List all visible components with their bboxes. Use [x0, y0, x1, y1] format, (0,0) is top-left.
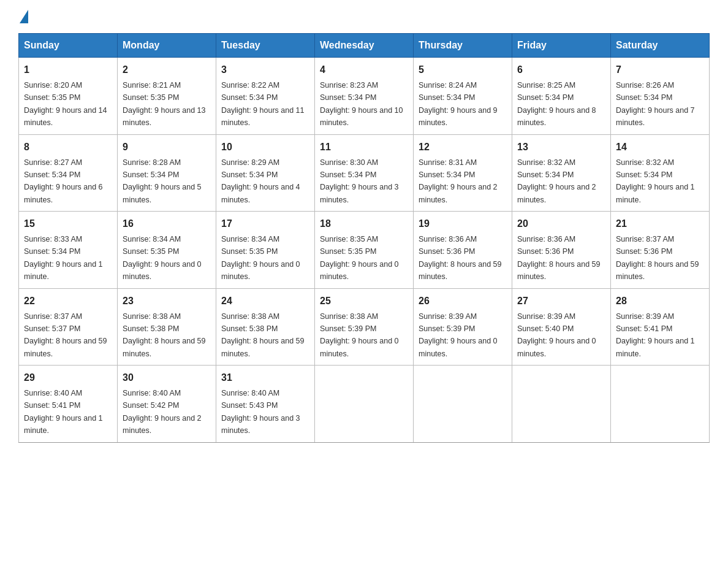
- calendar-day-cell: 15 Sunrise: 8:33 AMSunset: 5:34 PMDaylig…: [19, 212, 118, 289]
- calendar-day-cell: 20 Sunrise: 8:36 AMSunset: 5:36 PMDaylig…: [512, 212, 611, 289]
- day-info: Sunrise: 8:39 AMSunset: 5:39 PMDaylight:…: [419, 312, 498, 358]
- calendar-day-cell: 25 Sunrise: 8:38 AMSunset: 5:39 PMDaylig…: [315, 288, 414, 366]
- calendar-day-cell: 30 Sunrise: 8:40 AMSunset: 5:42 PMDaylig…: [118, 366, 216, 443]
- day-number: 2: [123, 63, 211, 77]
- calendar-day-cell: 7 Sunrise: 8:26 AMSunset: 5:34 PMDayligh…: [611, 58, 710, 135]
- day-info: Sunrise: 8:38 AMSunset: 5:39 PMDaylight:…: [320, 312, 399, 358]
- page-header: [18, 12, 710, 23]
- calendar-week-row: 1 Sunrise: 8:20 AMSunset: 5:35 PMDayligh…: [19, 58, 710, 135]
- day-info: Sunrise: 8:35 AMSunset: 5:35 PMDaylight:…: [320, 235, 399, 281]
- day-info: Sunrise: 8:23 AMSunset: 5:34 PMDaylight:…: [320, 81, 403, 127]
- day-info: Sunrise: 8:39 AMSunset: 5:41 PMDaylight:…: [616, 312, 695, 358]
- day-info: Sunrise: 8:38 AMSunset: 5:38 PMDaylight:…: [123, 312, 206, 358]
- day-info: Sunrise: 8:37 AMSunset: 5:36 PMDaylight:…: [616, 235, 699, 281]
- calendar-day-cell: 19 Sunrise: 8:36 AMSunset: 5:36 PMDaylig…: [414, 212, 512, 289]
- weekday-header-monday: Monday: [118, 34, 216, 58]
- day-info: Sunrise: 8:20 AMSunset: 5:35 PMDaylight:…: [24, 81, 107, 127]
- calendar-day-cell: 6 Sunrise: 8:25 AMSunset: 5:34 PMDayligh…: [512, 58, 611, 135]
- calendar-day-cell: 16 Sunrise: 8:34 AMSunset: 5:35 PMDaylig…: [118, 212, 216, 289]
- calendar-day-cell: 5 Sunrise: 8:24 AMSunset: 5:34 PMDayligh…: [414, 58, 512, 135]
- day-number: 22: [24, 294, 112, 308]
- calendar-day-cell: 12 Sunrise: 8:31 AMSunset: 5:34 PMDaylig…: [414, 134, 512, 212]
- day-info: Sunrise: 8:28 AMSunset: 5:34 PMDaylight:…: [123, 158, 202, 204]
- day-number: 23: [123, 294, 211, 308]
- calendar-day-cell: 2 Sunrise: 8:21 AMSunset: 5:35 PMDayligh…: [118, 58, 216, 135]
- calendar-week-row: 8 Sunrise: 8:27 AMSunset: 5:34 PMDayligh…: [19, 134, 710, 212]
- day-info: Sunrise: 8:30 AMSunset: 5:34 PMDaylight:…: [320, 158, 399, 204]
- calendar-day-cell: 23 Sunrise: 8:38 AMSunset: 5:38 PMDaylig…: [118, 288, 216, 366]
- day-number: 20: [517, 216, 605, 231]
- calendar-day-cell: 31 Sunrise: 8:40 AMSunset: 5:43 PMDaylig…: [216, 366, 315, 443]
- day-info: Sunrise: 8:33 AMSunset: 5:34 PMDaylight:…: [24, 235, 103, 281]
- day-number: 26: [419, 294, 507, 308]
- day-number: 1: [24, 63, 112, 77]
- calendar-header-row: SundayMondayTuesdayWednesdayThursdayFrid…: [19, 34, 710, 58]
- day-number: 28: [616, 294, 704, 308]
- weekday-header-tuesday: Tuesday: [216, 34, 315, 58]
- day-number: 25: [320, 294, 408, 308]
- calendar-day-cell: [414, 366, 512, 443]
- day-number: 14: [616, 140, 704, 155]
- day-info: Sunrise: 8:25 AMSunset: 5:34 PMDaylight:…: [517, 81, 596, 127]
- calendar-day-cell: 8 Sunrise: 8:27 AMSunset: 5:34 PMDayligh…: [19, 134, 118, 212]
- calendar-day-cell: 29 Sunrise: 8:40 AMSunset: 5:41 PMDaylig…: [19, 366, 118, 443]
- weekday-header-thursday: Thursday: [414, 34, 512, 58]
- logo: [18, 12, 28, 23]
- calendar-day-cell: [611, 366, 710, 443]
- day-info: Sunrise: 8:26 AMSunset: 5:34 PMDaylight:…: [616, 81, 695, 127]
- day-info: Sunrise: 8:40 AMSunset: 5:41 PMDaylight:…: [24, 389, 103, 435]
- weekday-header-friday: Friday: [512, 34, 611, 58]
- day-info: Sunrise: 8:22 AMSunset: 5:34 PMDaylight:…: [221, 81, 305, 127]
- day-info: Sunrise: 8:29 AMSunset: 5:34 PMDaylight:…: [221, 158, 300, 204]
- calendar-day-cell: 13 Sunrise: 8:32 AMSunset: 5:34 PMDaylig…: [512, 134, 611, 212]
- day-info: Sunrise: 8:37 AMSunset: 5:37 PMDaylight:…: [24, 312, 107, 358]
- day-number: 16: [123, 216, 211, 231]
- day-info: Sunrise: 8:40 AMSunset: 5:42 PMDaylight:…: [123, 389, 202, 435]
- day-number: 8: [24, 140, 112, 155]
- calendar-week-row: 15 Sunrise: 8:33 AMSunset: 5:34 PMDaylig…: [19, 212, 710, 289]
- day-number: 9: [123, 140, 211, 155]
- day-info: Sunrise: 8:34 AMSunset: 5:35 PMDaylight:…: [123, 235, 202, 281]
- calendar-day-cell: 3 Sunrise: 8:22 AMSunset: 5:34 PMDayligh…: [216, 58, 315, 135]
- calendar-day-cell: 21 Sunrise: 8:37 AMSunset: 5:36 PMDaylig…: [611, 212, 710, 289]
- weekday-header-sunday: Sunday: [19, 34, 118, 58]
- day-info: Sunrise: 8:32 AMSunset: 5:34 PMDaylight:…: [517, 158, 596, 204]
- calendar-day-cell: 24 Sunrise: 8:38 AMSunset: 5:38 PMDaylig…: [216, 288, 315, 366]
- calendar-day-cell: 27 Sunrise: 8:39 AMSunset: 5:40 PMDaylig…: [512, 288, 611, 366]
- calendar-table: SundayMondayTuesdayWednesdayThursdayFrid…: [18, 33, 710, 443]
- day-info: Sunrise: 8:36 AMSunset: 5:36 PMDaylight:…: [419, 235, 502, 281]
- day-number: 12: [419, 140, 507, 155]
- calendar-day-cell: 26 Sunrise: 8:39 AMSunset: 5:39 PMDaylig…: [414, 288, 512, 366]
- day-number: 11: [320, 140, 408, 155]
- day-info: Sunrise: 8:27 AMSunset: 5:34 PMDaylight:…: [24, 158, 103, 204]
- weekday-header-wednesday: Wednesday: [315, 34, 414, 58]
- day-number: 4: [320, 63, 408, 77]
- day-number: 19: [419, 216, 507, 231]
- calendar-day-cell: 9 Sunrise: 8:28 AMSunset: 5:34 PMDayligh…: [118, 134, 216, 212]
- logo-triangle-icon: [20, 10, 28, 23]
- day-info: Sunrise: 8:34 AMSunset: 5:35 PMDaylight:…: [221, 235, 300, 281]
- calendar-week-row: 22 Sunrise: 8:37 AMSunset: 5:37 PMDaylig…: [19, 288, 710, 366]
- day-info: Sunrise: 8:24 AMSunset: 5:34 PMDaylight:…: [419, 81, 498, 127]
- day-info: Sunrise: 8:32 AMSunset: 5:34 PMDaylight:…: [616, 158, 695, 204]
- day-info: Sunrise: 8:21 AMSunset: 5:35 PMDaylight:…: [123, 81, 206, 127]
- day-number: 7: [616, 63, 704, 77]
- day-number: 3: [221, 63, 309, 77]
- calendar-day-cell: 17 Sunrise: 8:34 AMSunset: 5:35 PMDaylig…: [216, 212, 315, 289]
- day-number: 5: [419, 63, 507, 77]
- day-number: 31: [221, 370, 309, 385]
- calendar-day-cell: 22 Sunrise: 8:37 AMSunset: 5:37 PMDaylig…: [19, 288, 118, 366]
- logo-blue-part: [18, 12, 28, 23]
- day-info: Sunrise: 8:40 AMSunset: 5:43 PMDaylight:…: [221, 389, 300, 435]
- day-info: Sunrise: 8:36 AMSunset: 5:36 PMDaylight:…: [517, 235, 601, 281]
- day-number: 21: [616, 216, 704, 231]
- day-number: 24: [221, 294, 309, 308]
- calendar-day-cell: 1 Sunrise: 8:20 AMSunset: 5:35 PMDayligh…: [19, 58, 118, 135]
- calendar-day-cell: 14 Sunrise: 8:32 AMSunset: 5:34 PMDaylig…: [611, 134, 710, 212]
- calendar-day-cell: 4 Sunrise: 8:23 AMSunset: 5:34 PMDayligh…: [315, 58, 414, 135]
- calendar-day-cell: 11 Sunrise: 8:30 AMSunset: 5:34 PMDaylig…: [315, 134, 414, 212]
- calendar-day-cell: [315, 366, 414, 443]
- calendar-day-cell: 18 Sunrise: 8:35 AMSunset: 5:35 PMDaylig…: [315, 212, 414, 289]
- calendar-day-cell: 28 Sunrise: 8:39 AMSunset: 5:41 PMDaylig…: [611, 288, 710, 366]
- calendar-week-row: 29 Sunrise: 8:40 AMSunset: 5:41 PMDaylig…: [19, 366, 710, 443]
